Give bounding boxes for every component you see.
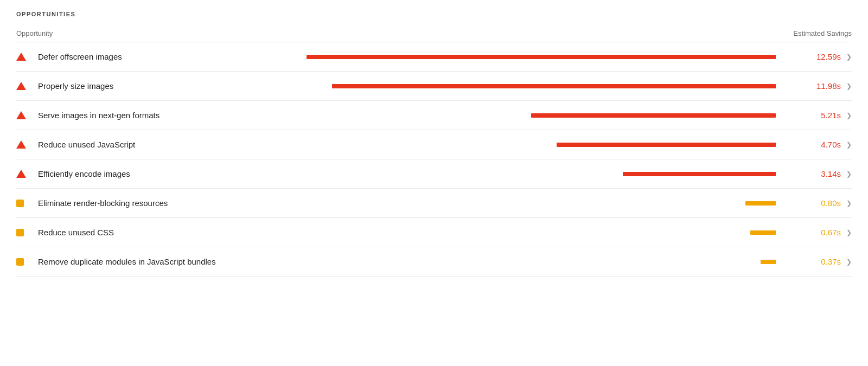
chevron-icon-reduce-unused-css[interactable]: ❯: [846, 229, 852, 236]
opportunity-bar-reduce-unused-js: [255, 143, 787, 147]
section-title: OPPORTUNITIES: [16, 11, 852, 17]
opportunity-bar-properly-size: [255, 84, 787, 88]
savings-value-next-gen-formats: 5.21s: [811, 111, 841, 120]
square-icon: [16, 229, 38, 236]
opportunity-savings-render-blocking: 0.80s❯: [787, 198, 852, 208]
opportunity-label-duplicate-modules: Remove duplicate modules in JavaScript b…: [38, 257, 255, 266]
opportunity-label-defer-offscreen: Defer offscreen images: [38, 52, 255, 61]
opportunity-label-efficiently-encode: Efficiently encode images: [38, 169, 255, 178]
chevron-icon-efficiently-encode[interactable]: ❯: [846, 170, 852, 178]
triangle-icon: [16, 53, 38, 61]
opportunity-row-efficiently-encode[interactable]: Efficiently encode images3.14s❯: [16, 159, 852, 189]
opportunity-savings-defer-offscreen: 12.59s❯: [787, 52, 852, 61]
opportunity-bar-defer-offscreen: [255, 55, 787, 59]
warning-triangle-icon: [16, 82, 26, 90]
opportunity-row-render-blocking[interactable]: Eliminate render-blocking resources0.80s…: [16, 189, 852, 218]
opportunity-bar-duplicate-modules: [255, 260, 787, 264]
opportunity-savings-next-gen-formats: 5.21s❯: [787, 111, 852, 120]
triangle-icon: [16, 140, 38, 149]
opportunity-label-render-blocking: Eliminate render-blocking resources: [38, 198, 255, 208]
opportunity-bar-next-gen-formats: [255, 113, 787, 118]
savings-value-reduce-unused-js: 4.70s: [811, 140, 841, 149]
warning-triangle-icon: [16, 170, 26, 178]
warning-triangle-icon: [16, 111, 26, 119]
header-opportunity: Opportunity: [16, 29, 53, 37]
savings-value-reduce-unused-css: 0.67s: [811, 228, 841, 237]
chevron-icon-duplicate-modules[interactable]: ❯: [846, 258, 852, 266]
opportunities-list: Defer offscreen images12.59s❯Properly si…: [16, 42, 852, 277]
table-header: Opportunity Estimated Savings: [16, 26, 852, 42]
warning-square-icon: [16, 200, 24, 207]
savings-value-render-blocking: 0.80s: [811, 198, 841, 208]
opportunity-row-duplicate-modules[interactable]: Remove duplicate modules in JavaScript b…: [16, 247, 852, 277]
warning-square-icon: [16, 258, 24, 266]
square-icon: [16, 258, 38, 266]
opportunity-savings-duplicate-modules: 0.37s❯: [787, 257, 852, 266]
triangle-icon: [16, 111, 38, 119]
savings-value-duplicate-modules: 0.37s: [811, 257, 841, 266]
opportunity-bar-efficiently-encode: [255, 172, 787, 176]
opportunity-label-next-gen-formats: Serve images in next-gen formats: [38, 111, 255, 120]
savings-value-defer-offscreen: 12.59s: [811, 52, 841, 61]
opportunity-savings-properly-size: 11.98s❯: [787, 81, 852, 91]
opportunity-row-next-gen-formats[interactable]: Serve images in next-gen formats5.21s❯: [16, 101, 852, 130]
triangle-icon: [16, 170, 38, 178]
opportunity-row-defer-offscreen[interactable]: Defer offscreen images12.59s❯: [16, 42, 852, 72]
square-icon: [16, 200, 38, 207]
opportunity-label-reduce-unused-css: Reduce unused CSS: [38, 228, 255, 237]
chevron-icon-render-blocking[interactable]: ❯: [846, 200, 852, 207]
chevron-icon-properly-size[interactable]: ❯: [846, 82, 852, 90]
opportunity-row-reduce-unused-css[interactable]: Reduce unused CSS0.67s❯: [16, 218, 852, 247]
warning-square-icon: [16, 229, 24, 236]
chevron-icon-reduce-unused-js[interactable]: ❯: [846, 141, 852, 149]
header-savings: Estimated Savings: [793, 29, 852, 37]
opportunity-bar-reduce-unused-css: [255, 230, 787, 235]
triangle-icon: [16, 82, 38, 90]
opportunity-savings-efficiently-encode: 3.14s❯: [787, 169, 852, 178]
savings-value-properly-size: 11.98s: [811, 81, 841, 91]
opportunity-label-reduce-unused-js: Reduce unused JavaScript: [38, 140, 255, 149]
savings-value-efficiently-encode: 3.14s: [811, 169, 841, 178]
opportunity-label-properly-size: Properly size images: [38, 81, 255, 91]
warning-triangle-icon: [16, 53, 26, 61]
opportunity-savings-reduce-unused-js: 4.70s❯: [787, 140, 852, 149]
chevron-icon-defer-offscreen[interactable]: ❯: [846, 53, 852, 61]
warning-triangle-icon: [16, 140, 26, 149]
opportunity-savings-reduce-unused-css: 0.67s❯: [787, 228, 852, 237]
chevron-icon-next-gen-formats[interactable]: ❯: [846, 112, 852, 119]
opportunity-row-properly-size[interactable]: Properly size images11.98s❯: [16, 72, 852, 101]
opportunity-row-reduce-unused-js[interactable]: Reduce unused JavaScript4.70s❯: [16, 130, 852, 159]
opportunity-bar-render-blocking: [255, 201, 787, 206]
